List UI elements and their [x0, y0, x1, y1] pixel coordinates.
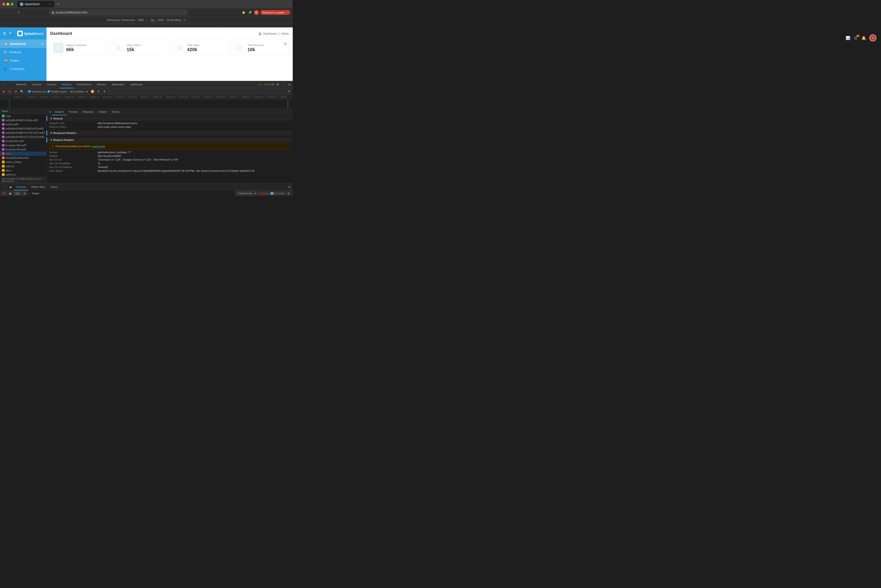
console-settings-btn[interactable]: ⚙ — [286, 191, 291, 196]
network-settings-btn[interactable]: ⚙ — [287, 89, 291, 94]
network-file-item[interactable]: J openurl.js — [0, 172, 46, 177]
network-file-item[interactable]: J api.js — [0, 168, 46, 172]
rotate-icon[interactable]: ⟳ — [184, 18, 186, 22]
console-tab-console[interactable]: Console — [14, 184, 28, 190]
gear-icon[interactable]: ⚙ — [284, 42, 287, 45]
close-window-btn[interactable] — [2, 3, 5, 6]
console-close-btn[interactable]: ✕ — [288, 185, 291, 189]
sidebar-item-products[interactable]: 🏷 Products — [0, 48, 46, 56]
header-value: "Chromium";v="118", "Google Chrome";v="1… — [97, 158, 290, 161]
detail-tab-preview[interactable]: Preview — [66, 109, 80, 115]
console-stop-btn[interactable]: ⏺ — [8, 191, 12, 196]
file-name: fa-brands-400.woff2 — [6, 148, 26, 151]
console-record-icon[interactable]: ⏺ — [8, 184, 13, 190]
network-file-item[interactable]: F fa-solid-900.woff2 — [0, 139, 46, 143]
maximize-window-btn[interactable] — [11, 3, 13, 6]
hamburger-btn[interactable]: ☰ — [3, 32, 6, 36]
throttle-select[interactable]: No throttling — [167, 19, 181, 21]
response-headers-header[interactable]: ▼ Response Headers — [46, 130, 293, 135]
extensions-btn[interactable]: 🧩 — [248, 10, 253, 15]
network-file-item[interactable]: F pxiEyp8kv8JHgFVrJJfecg.woff2 — [0, 118, 46, 122]
devtools-settings-btn[interactable]: ⚙ — [275, 82, 280, 87]
tab-performance[interactable]: Performance — [75, 81, 94, 88]
clear-btn[interactable]: 🚫 — [7, 89, 12, 94]
bookmark-btn[interactable]: ⭐ — [241, 10, 246, 15]
console-input[interactable] — [32, 192, 233, 195]
console-input-area[interactable]: › — [28, 190, 235, 196]
tick-20: 100000 ms — [254, 95, 267, 99]
network-file-item[interactable]: F pxiByp8kv8JHgFVrLGT9Z1xlFQ.woff2 — [0, 130, 46, 135]
detail-close-btn[interactable]: ✕ — [48, 110, 52, 114]
tab-application[interactable]: Application — [110, 81, 127, 88]
network-file-item[interactable]: F fa-brands-400.woff2 — [0, 147, 46, 152]
network-file-item[interactable]: I 4.jpg — [0, 114, 46, 118]
relaunch-btn[interactable]: Relaunch to update ⋮ — [260, 10, 291, 15]
disable-cache-checkbox[interactable]: Disable cache — [47, 90, 67, 93]
profile-btn[interactable]: E — [254, 10, 259, 15]
reload-btn[interactable]: ↻ — [16, 10, 21, 15]
inspector-icon[interactable]: ⬚ — [2, 82, 7, 87]
devtools-close-btn[interactable]: ✕ — [288, 83, 291, 87]
learn-more-link[interactable]: Learn more — [92, 145, 105, 148]
console-tabs: ⬚ ⏺ Console What's New Issues ✕ — [0, 184, 293, 190]
network-file-item[interactable]: H translateSandbox.html — [0, 156, 46, 160]
wifi-icon[interactable]: 📶 — [90, 89, 95, 94]
request-headers-header[interactable]: ▼ Request Headers — [46, 138, 293, 142]
hidden-count: 16 hidden — [275, 192, 285, 195]
tab-network[interactable]: Network — [60, 81, 73, 88]
record-btn[interactable]: ⏺ — [1, 89, 6, 94]
dimensions-label[interactable]: Dimensions: Responsive — [107, 19, 135, 21]
new-tab-btn[interactable]: + — [55, 2, 61, 7]
network-file-item[interactable]: ✕ name — [0, 152, 46, 156]
network-file-item[interactable]: F pxiByp8kv8JHgFVrLEj6Z1xlFQ.woff2 — [0, 126, 46, 130]
search-btn[interactable]: 🔍 — [9, 32, 13, 35]
context-selector[interactable]: top — [14, 192, 21, 195]
back-btn[interactable]: ← — [2, 10, 7, 15]
tab-console[interactable]: Console — [30, 81, 44, 88]
network-file-item[interactable]: F pxiByp8kv8JHgFVrLCz7Z1xlFQ.woff2 — [0, 135, 46, 139]
tab-close-btn[interactable]: ✕ — [48, 3, 52, 6]
throttle-dropdown[interactable]: No throttling — [68, 90, 89, 94]
console-clear-btn[interactable]: 🚫 — [2, 191, 6, 196]
filter-btn[interactable]: ⊘ — [13, 89, 18, 94]
sidebar-item-orders[interactable]: 🚚 Orders — [0, 56, 46, 64]
tick-2: 10000 ms — [26, 95, 39, 99]
sidebar-item-dashboard[interactable]: 🏠 Dashboard ▾ — [0, 39, 46, 48]
general-section-header[interactable]: ▼ General — [46, 116, 293, 121]
minimize-window-btn[interactable] — [6, 3, 9, 6]
browser-tab-active[interactable]: S SplashDash ✕ — [17, 1, 54, 8]
detail-tab-timing[interactable]: Timing — [109, 109, 121, 115]
network-file-item[interactable]: J zotero.js — [0, 164, 46, 168]
import-btn[interactable]: ⬆ — [96, 89, 101, 94]
tab-elements[interactable]: Elements — [13, 81, 29, 88]
search-btn[interactable]: 🔍 — [19, 89, 24, 94]
network-file-item[interactable]: F fa-regular-400.woff2 — [0, 143, 46, 147]
console-tab-whatsnew[interactable]: What's New — [29, 184, 47, 190]
preserve-log-input[interactable] — [28, 90, 31, 93]
export-btn[interactable]: ⬇ — [102, 89, 107, 94]
eye-icon[interactable]: 👁 — [22, 191, 27, 196]
stat-label: Happy Customers — [66, 44, 105, 46]
forward-btn[interactable]: → — [9, 10, 14, 15]
tab-lighthouse[interactable]: Lighthouse — [127, 81, 145, 88]
zoom-select[interactable]: 100% — [157, 19, 164, 21]
devtools-more-btn[interactable]: ⋮ — [281, 82, 286, 87]
network-file-item[interactable]: F icofont.woff2 — [0, 122, 46, 126]
device-toggle-icon[interactable]: 📱 — [7, 82, 12, 87]
preserve-log-checkbox[interactable]: Preserve log — [28, 90, 46, 93]
detail-tab-headers[interactable]: Headers — [52, 109, 66, 115]
detail-tab-initiator[interactable]: Initiator — [96, 109, 109, 115]
detail-tab-bar: ✕ Headers Preview Response Initiator Tim… — [46, 109, 293, 115]
console-level-select[interactable]: Default levels — [236, 191, 258, 196]
sidebar-item-customers[interactable]: 👥 Customers — [0, 64, 46, 73]
referrer-policy-key: Referrer Policy: — [49, 126, 96, 128]
network-file-item[interactable]: J zotero_config.js — [0, 160, 46, 164]
window-menu-btn[interactable]: ⌄ — [288, 2, 291, 6]
console-inspect-icon[interactable]: ⬚ — [2, 184, 7, 190]
console-tab-issues[interactable]: Issues — [48, 184, 60, 190]
detail-tab-response[interactable]: Response — [80, 109, 96, 115]
address-bar[interactable]: 🔒 localhost:8080/index.html — [49, 9, 188, 16]
tab-memory[interactable]: Memory — [95, 81, 109, 88]
tab-sources[interactable]: Sources — [45, 81, 58, 88]
disable-cache-input[interactable] — [47, 90, 50, 93]
